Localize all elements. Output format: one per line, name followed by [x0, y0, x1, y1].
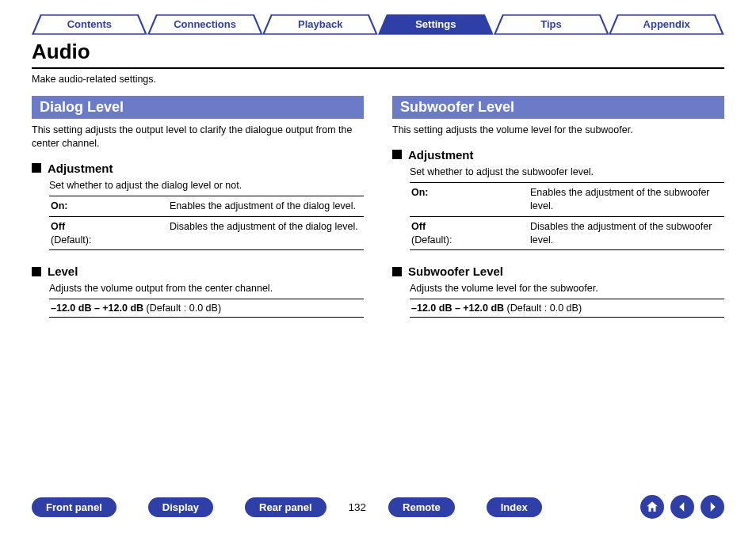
link-index[interactable]: Index — [487, 497, 542, 517]
level-desc: Adjusts the volume output from the cente… — [49, 283, 364, 294]
dialog-adjustment: Adjustment Set whether to adjust the dia… — [32, 162, 364, 251]
page-title: Audio — [32, 40, 724, 64]
adjustment-options: On: Enables the adjustment of the dialog… — [49, 196, 364, 251]
square-bullet-icon — [392, 150, 402, 159]
level-range: –12.0 dB – +12.0 dB (Default : 0.0 dB) — [49, 299, 364, 318]
option-key: Off — [411, 221, 426, 232]
dialog-level-sub: Level Adjusts the volume output from the… — [32, 265, 364, 318]
adjustment-options: On: Enables the adjustment of the subwoo… — [410, 182, 724, 251]
option-row-off: Off(Default): Disables the adjustment of… — [410, 217, 724, 251]
section-desc-subwoofer: This setting adjusts the volume level fo… — [392, 124, 724, 137]
subwoofer-level-desc: Adjusts the volume level for the subwoof… — [410, 283, 724, 294]
option-row-off: Off(Default): Disables the adjustment of… — [49, 217, 364, 251]
prev-icon[interactable] — [670, 495, 694, 519]
link-display[interactable]: Display — [148, 497, 213, 517]
subwoofer-adjustment: Adjustment Set whether to adjust the sub… — [392, 148, 724, 251]
page-number: 132 — [349, 501, 367, 513]
option-value: Disables the adjustment of the dialog le… — [170, 220, 362, 247]
square-bullet-icon — [32, 163, 41, 173]
tab-connections[interactable]: Connections — [147, 14, 263, 35]
tab-appendix[interactable]: Appendix — [609, 14, 724, 35]
tab-playback[interactable]: Playback — [262, 14, 378, 35]
col-dialog-level: Dialog Level This setting adjusts the ou… — [32, 96, 364, 332]
option-default: (Default): — [51, 234, 91, 246]
square-bullet-icon — [32, 267, 41, 276]
page-intro: Make audio-related settings. — [32, 74, 724, 85]
option-value: Enables the adjustment of the dialog lev… — [170, 200, 362, 213]
option-key: Off — [51, 221, 65, 232]
heading-adjustment: Adjustment — [48, 162, 113, 175]
option-default: (Default): — [411, 234, 452, 246]
col-subwoofer-level: Subwoofer Level This setting adjusts the… — [392, 96, 724, 332]
title-rule — [32, 67, 724, 69]
subwoofer-level-range: –12.0 dB – +12.0 dB (Default : 0.0 dB) — [410, 299, 724, 318]
option-row-on: On: Enables the adjustment of the dialog… — [49, 196, 364, 217]
home-icon[interactable] — [640, 495, 664, 519]
section-bar-subwoofer: Subwoofer Level — [392, 96, 724, 119]
square-bullet-icon — [392, 267, 402, 276]
adjustment-desc: Set whether to adjust the dialog level o… — [49, 180, 364, 191]
section-desc-dialog: This setting adjusts the output level to… — [32, 124, 364, 150]
tab-contents[interactable]: Contents — [32, 14, 147, 35]
section-bar-dialog: Dialog Level — [32, 96, 364, 119]
link-rear-panel[interactable]: Rear panel — [245, 497, 326, 517]
heading-subwoofer-level: Subwoofer Level — [408, 265, 503, 278]
next-icon[interactable] — [701, 495, 724, 519]
option-row-on: On: Enables the adjustment of the subwoo… — [410, 183, 724, 217]
tab-tips[interactable]: Tips — [494, 14, 609, 35]
link-front-panel[interactable]: Front panel — [32, 497, 116, 517]
heading-adjustment: Adjustment — [408, 148, 474, 162]
tab-settings[interactable]: Settings — [378, 14, 494, 35]
adjustment-desc: Set whether to adjust the subwoofer leve… — [410, 166, 724, 177]
footer: Front panel Display Rear panel 132 Remot… — [32, 495, 724, 519]
heading-level: Level — [48, 265, 78, 278]
option-key: On: — [411, 187, 429, 198]
option-value: Enables the adjustment of the subwoofer … — [530, 186, 723, 213]
subwoofer-level-sub: Subwoofer Level Adjusts the volume level… — [392, 265, 724, 318]
link-remote[interactable]: Remote — [388, 497, 455, 517]
top-tabs: Contents Connections Playback Settings T… — [32, 14, 724, 35]
option-key: On: — [51, 200, 68, 211]
option-value: Disables the adjustment of the subwoofer… — [530, 220, 723, 247]
